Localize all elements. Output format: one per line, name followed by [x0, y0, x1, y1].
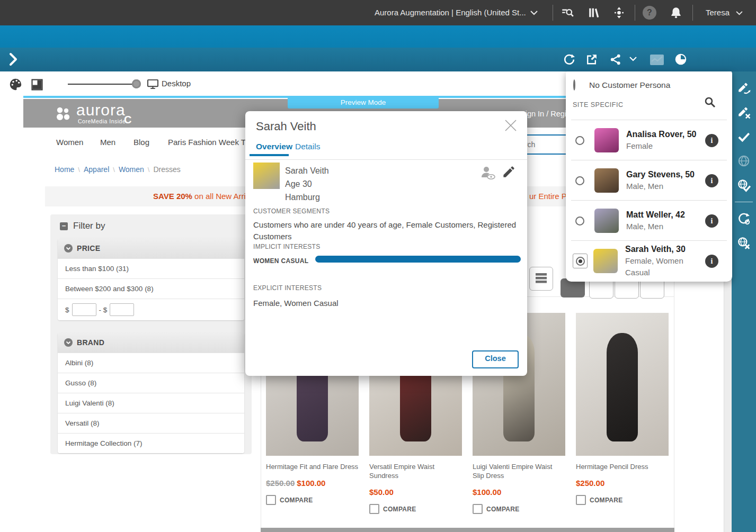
persona-name: Sarah Veith, 30	[625, 244, 705, 255]
chevron-down-icon[interactable]	[736, 11, 743, 15]
viewport-slider-track[interactable]	[68, 84, 137, 85]
persona-traits: Male, Men	[626, 181, 705, 192]
tab-details[interactable]: Details	[295, 142, 320, 151]
persona-avatar	[594, 168, 619, 193]
persona-info-icon[interactable]: i	[705, 214, 718, 228]
theme-palette-icon[interactable]	[8, 77, 23, 92]
compare-checkbox[interactable]	[576, 495, 586, 505]
persona-info-icon[interactable]: i	[705, 255, 718, 268]
close-button[interactable]: Close	[472, 350, 519, 368]
approve-button[interactable]	[732, 124, 756, 149]
compare-label: COMPARE	[383, 506, 416, 513]
product-name[interactable]: Hermitage Fit and Flare Dress	[266, 462, 359, 471]
viewport-slider-thumb[interactable]	[132, 79, 141, 88]
persona-row-analisa[interactable]: Analisa Rover, 50 Female i	[571, 120, 727, 160]
interest-bar-fill	[315, 256, 521, 263]
aurora-logo-icon[interactable]	[54, 104, 73, 123]
persona-radio[interactable]	[575, 136, 584, 145]
filter-option[interactable]: Between $200 and $300 (8)	[58, 278, 244, 299]
withdraw-button[interactable]	[732, 231, 756, 255]
interest-bar-track	[315, 256, 521, 263]
filter-option[interactable]: Gusso (8)	[58, 373, 244, 393]
breadcrumb-women[interactable]: Women	[119, 165, 144, 174]
nav-item-men[interactable]: Men	[100, 138, 115, 147]
filter-option[interactable]: Less than $100 (31)	[58, 258, 244, 278]
layout-variant-icon[interactable]	[31, 78, 43, 91]
site-specific-label: SITE SPECIFIC	[573, 101, 623, 109]
publish-button-disabled[interactable]	[732, 149, 756, 173]
chevron-down-icon[interactable]	[530, 10, 538, 15]
divider	[692, 5, 693, 21]
close-icon[interactable]	[503, 118, 518, 133]
grid-border	[674, 265, 674, 528]
price-min-input[interactable]	[72, 303, 96, 316]
product-name[interactable]: Hermitage Pencil Dress	[576, 462, 669, 471]
product-price: $250.00	[576, 479, 669, 488]
localization-icon[interactable]	[612, 5, 626, 20]
edit-apply-button[interactable]	[732, 76, 756, 100]
persona-traits: Female	[626, 140, 705, 152]
notifications-bell-icon[interactable]	[669, 5, 683, 20]
persona-radio[interactable]	[575, 176, 584, 185]
filter-option[interactable]: Luigi Valenti (8)	[58, 393, 244, 413]
persona-radio[interactable]	[575, 217, 584, 226]
logo-text[interactable]: aurora	[76, 101, 126, 119]
open-in-new-window-icon[interactable]	[585, 53, 598, 66]
implicit-interest-name: WOMEN CASUAL	[253, 257, 308, 265]
library-icon[interactable]	[587, 6, 600, 20]
expand-panel-icon[interactable]	[7, 52, 19, 66]
price-section-header[interactable]: PRICE	[58, 238, 244, 258]
edit-pencil-icon[interactable]	[502, 165, 516, 179]
persona-row-gary[interactable]: Gary Stevens, 50 Male, Men i	[571, 160, 727, 201]
nav-item-women[interactable]: Women	[56, 138, 83, 147]
product-name[interactable]: Luigi Valenti Empire Waist Slip Dress	[473, 462, 565, 480]
persona-name: Analisa Rover, 50	[626, 129, 705, 140]
filter-option[interactable]: Versatil (8)	[58, 413, 244, 433]
breadcrumb-home[interactable]: Home	[55, 165, 74, 174]
globe-check-icon	[737, 178, 751, 192]
price-max-input[interactable]	[110, 303, 134, 316]
brand-section-header[interactable]: BRAND	[58, 332, 244, 353]
edit-discard-button[interactable]	[732, 100, 756, 124]
help-icon[interactable]: ?	[643, 6, 656, 20]
analytics-icon[interactable]	[650, 54, 664, 66]
content-search-icon[interactable]	[561, 6, 574, 20]
product-price: $50.00	[369, 488, 462, 497]
product-name[interactable]: Versatil Empire Waist Sundress	[369, 462, 462, 480]
persona-row-matt[interactable]: Matt Weller, 42 Male, Men i	[571, 200, 727, 241]
time-travel-clock-icon[interactable]	[674, 52, 688, 66]
filter-option[interactable]: Albini (8)	[58, 353, 244, 373]
check-icon	[737, 130, 751, 143]
nav-item-blog[interactable]: Blog	[134, 138, 149, 147]
persona-info-icon[interactable]: i	[705, 174, 718, 187]
persona-search-icon[interactable]	[704, 96, 716, 109]
chevron-down-icon[interactable]	[629, 56, 637, 61]
compare-checkbox[interactable]	[266, 495, 276, 505]
persona-info-icon[interactable]: i	[705, 134, 718, 147]
chevron-circle-icon	[64, 244, 73, 253]
approve-publish-button[interactable]	[732, 173, 756, 197]
filter-option[interactable]: Hermitage Collection (7)	[58, 433, 244, 453]
collapse-filter-icon[interactable]: −	[60, 222, 68, 230]
preview-mode-badge: Preview Mode	[288, 97, 439, 109]
share-icon[interactable]	[609, 53, 622, 66]
breadcrumb-apparel[interactable]: Apparel	[84, 165, 109, 174]
publication-sidebar	[732, 71, 756, 532]
tab-overview[interactable]: Overview	[256, 142, 292, 151]
workflow-sync-button[interactable]	[732, 206, 756, 231]
user-menu[interactable]: Teresa	[706, 0, 730, 25]
persona-radio-selected[interactable]	[573, 254, 588, 268]
refresh-icon[interactable]	[563, 53, 576, 66]
compare-checkbox[interactable]	[369, 504, 379, 514]
site-language-selector[interactable]: Aurora Augmentation | English (United St…	[375, 0, 526, 25]
header-band	[0, 25, 756, 48]
persona-row-sarah-selected[interactable]: Sarah Veith, 30 Female, Women Casual i	[571, 240, 727, 281]
persona-preview-icon[interactable]	[480, 166, 497, 181]
product-photo[interactable]	[576, 313, 669, 456]
segments-label: CUSTOMER SEGMENTS	[253, 208, 330, 215]
list-view-button[interactable]	[529, 267, 553, 291]
no-persona-radio[interactable]	[573, 80, 575, 90]
compare-checkbox[interactable]	[473, 504, 483, 514]
persona-name: Matt Weller, 42	[626, 209, 705, 221]
price-range-row: $ - $	[58, 299, 244, 320]
